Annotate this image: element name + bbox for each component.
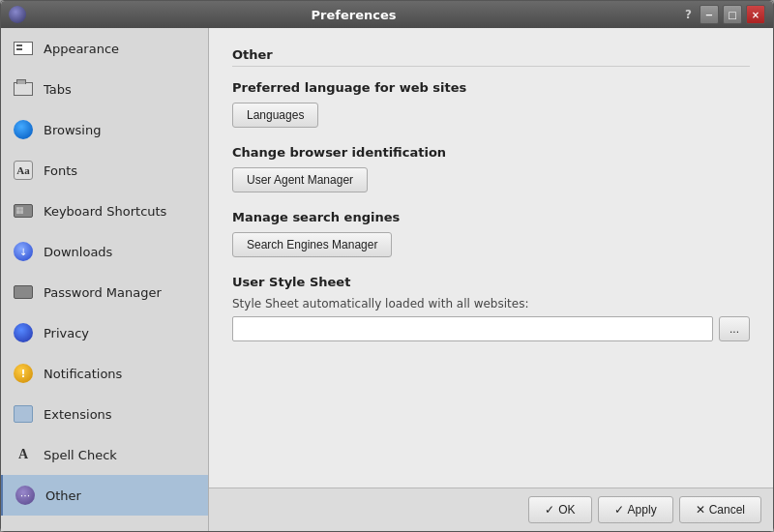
main-panel: Other Preferred language for web sites L… — [209, 28, 773, 531]
window-controls: ? − □ × — [681, 5, 765, 24]
preferences-window: Preferences ? − □ × Appearance Tabs — [0, 0, 774, 532]
language-label: Preferred language for web sites — [232, 80, 750, 95]
titlebar: Preferences ? − □ × — [1, 1, 773, 28]
notifications-icon: ! — [13, 363, 34, 384]
stylesheet-row: ... — [232, 316, 750, 341]
sidebar-label-notifications: Notifications — [44, 367, 122, 381]
browser-id-group: Change browser identification User Agent… — [232, 145, 750, 192]
ok-button[interactable]: ✓ OK — [528, 496, 591, 523]
cancel-icon: ✕ — [696, 503, 705, 517]
stylesheet-label: User Style Sheet — [232, 275, 750, 289]
tabs-icon — [13, 78, 34, 100]
apply-label: Apply — [628, 503, 657, 517]
browser-id-label: Change browser identification — [232, 145, 750, 160]
sidebar-item-keyboard[interactable]: Keyboard Shortcuts — [1, 191, 208, 231]
sidebar-item-browsing[interactable]: Browsing — [1, 109, 208, 150]
minimize-button[interactable]: − — [700, 5, 719, 24]
search-engines-group: Manage search engines Search Engines Man… — [232, 210, 750, 257]
sidebar-label-fonts: Fonts — [44, 163, 77, 178]
languages-button[interactable]: Languages — [232, 103, 318, 128]
apply-button[interactable]: ✓ Apply — [598, 496, 673, 523]
sidebar-item-other[interactable]: ··· Other — [1, 475, 208, 516]
sidebar-item-downloads[interactable]: ↓ Downloads — [1, 231, 208, 272]
downloads-icon: ↓ — [13, 241, 34, 262]
stylesheet-group: User Style Sheet Style Sheet automatical… — [232, 275, 750, 341]
cancel-label: Cancel — [709, 503, 745, 517]
sidebar-label-browsing: Browsing — [44, 123, 101, 137]
appearance-icon — [13, 38, 34, 59]
app-icon — [9, 6, 26, 23]
help-button[interactable]: ? — [681, 8, 696, 21]
sidebar-label-downloads: Downloads — [44, 245, 112, 259]
apply-icon: ✓ — [614, 503, 624, 517]
ok-icon: ✓ — [545, 503, 554, 517]
sidebar-label-other: Other — [45, 488, 81, 503]
maximize-button[interactable]: □ — [723, 5, 742, 24]
section-title: Other — [232, 47, 750, 67]
browsing-icon — [13, 119, 34, 140]
sidebar-label-extensions: Extensions — [44, 407, 112, 422]
stylesheet-input[interactable] — [232, 316, 713, 341]
browse-button[interactable]: ... — [719, 316, 750, 341]
sidebar-label-appearance: Appearance — [44, 42, 119, 56]
sidebar-label-password: Password Manager — [44, 285, 162, 300]
sidebar: Appearance Tabs Browsing Aa — [1, 28, 209, 531]
sidebar-item-tabs[interactable]: Tabs — [1, 69, 208, 109]
spellcheck-icon: A — [13, 444, 34, 465]
search-engines-manager-button[interactable]: Search Engines Manager — [232, 232, 392, 257]
sidebar-item-spellcheck[interactable]: A Spell Check — [1, 434, 208, 475]
bottom-bar: ✓ OK ✓ Apply ✕ Cancel — [209, 488, 773, 531]
extensions-icon — [13, 403, 34, 425]
other-icon: ··· — [15, 485, 36, 506]
fonts-icon: Aa — [13, 160, 34, 181]
privacy-icon — [13, 322, 34, 343]
ok-label: OK — [558, 503, 575, 517]
search-engines-label: Manage search engines — [232, 210, 750, 224]
sidebar-label-keyboard: Keyboard Shortcuts — [44, 204, 166, 219]
cancel-button[interactable]: ✕ Cancel — [679, 496, 761, 523]
content-area: Appearance Tabs Browsing Aa — [1, 28, 773, 531]
sidebar-item-notifications[interactable]: ! Notifications — [1, 353, 208, 394]
keyboard-shortcuts-icon — [13, 200, 34, 222]
user-agent-manager-button[interactable]: User Agent Manager — [232, 167, 368, 192]
sidebar-item-appearance[interactable]: Appearance — [1, 28, 208, 69]
password-manager-icon — [13, 281, 34, 303]
close-button[interactable]: × — [746, 5, 765, 24]
sidebar-label-tabs: Tabs — [44, 82, 72, 97]
main-content: Other Preferred language for web sites L… — [209, 28, 773, 488]
window-title: Preferences — [26, 8, 681, 22]
language-group: Preferred language for web sites Languag… — [232, 80, 750, 128]
sidebar-item-password[interactable]: Password Manager — [1, 272, 208, 312]
sidebar-item-extensions[interactable]: Extensions — [1, 394, 208, 434]
sidebar-label-privacy: Privacy — [44, 326, 89, 340]
sidebar-label-spellcheck: Spell Check — [44, 448, 117, 462]
sidebar-item-fonts[interactable]: Aa Fonts — [1, 150, 208, 191]
sidebar-item-privacy[interactable]: Privacy — [1, 312, 208, 353]
stylesheet-sublabel: Style Sheet automatically loaded with al… — [232, 297, 750, 310]
